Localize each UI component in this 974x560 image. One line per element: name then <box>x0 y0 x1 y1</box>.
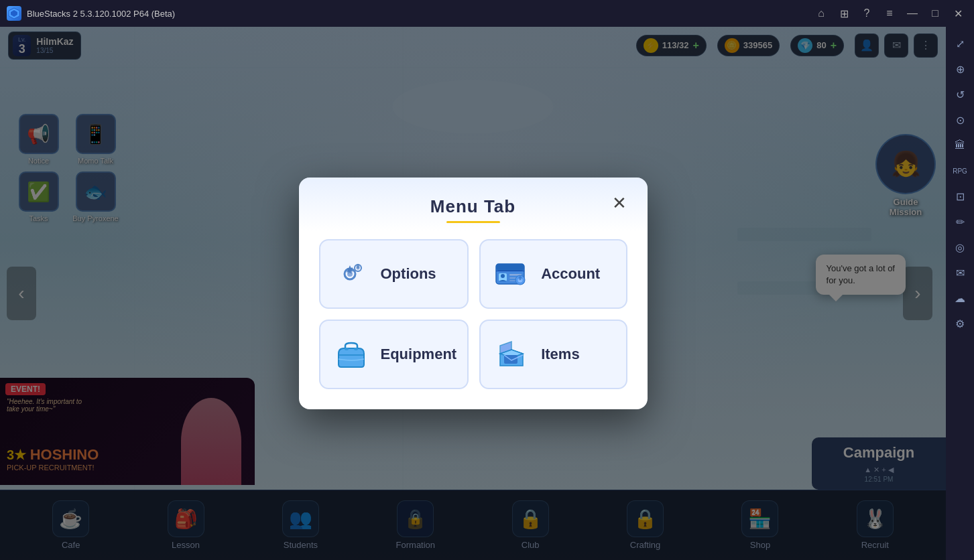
account-card[interactable]: Account <box>479 239 627 309</box>
sidebar-add-icon[interactable]: ⊕ <box>949 58 971 80</box>
modal-overlay[interactable]: Menu Tab ✕ <box>0 27 946 560</box>
sidebar-rpg-icon[interactable]: RPG <box>949 159 971 182</box>
sidebar-search-icon[interactable]: ⊙ <box>949 109 971 131</box>
svg-point-23 <box>345 348 349 350</box>
sidebar-refresh-icon[interactable]: ↺ <box>949 83 971 106</box>
svg-point-16 <box>501 274 505 278</box>
sidebar-expand-icon[interactable]: ⤢ <box>949 32 971 55</box>
menu-tab-modal: Menu Tab ✕ <box>299 178 648 409</box>
account-label: Account <box>541 265 600 283</box>
sidebar-mail-icon[interactable]: ✉ <box>949 261 971 284</box>
sidebar-gear-icon[interactable]: ⚙ <box>949 312 971 335</box>
svg-point-24 <box>354 348 358 350</box>
titlebar-title: BlueStacks 2 5.3.120.1002 P64 (Beta) <box>27 9 806 19</box>
sidebar-circle-icon[interactable]: ◎ <box>949 236 971 259</box>
account-icon <box>491 254 532 294</box>
modal-header: Menu Tab ✕ <box>319 196 627 223</box>
equipment-card[interactable]: Equipment <box>319 320 469 389</box>
titlebar-close-btn[interactable]: ✕ <box>949 4 967 23</box>
items-card[interactable]: Items <box>479 320 627 389</box>
sidebar-cloud-icon[interactable]: ☁ <box>949 287 971 309</box>
options-label: Options <box>381 265 436 283</box>
titlebar-maximize-btn[interactable]: □ <box>926 4 945 23</box>
titlebar-minimize-btn[interactable]: — <box>903 4 922 23</box>
sidebar-layout-icon[interactable]: ⊡ <box>949 185 971 208</box>
items-icon <box>491 334 532 374</box>
modal-title: Menu Tab <box>319 196 627 217</box>
sidebar-edit-icon[interactable]: ✏ <box>949 210 971 233</box>
right-sidebar: ⤢ ⊕ ↺ ⊙ 🏛 RPG ⊡ ✏ ◎ ✉ ☁ ⚙ <box>946 27 974 560</box>
svg-rect-13 <box>496 264 524 271</box>
equipment-icon <box>331 334 371 374</box>
modal-title-underline <box>446 221 500 223</box>
game-area: Lv. 3 HiImKaz 13/15 ⚡ 113/32 + 🪙 339565 … <box>0 27 946 560</box>
titlebar: BlueStacks 2 5.3.120.1002 P64 (Beta) ⌂ ⊞… <box>0 0 974 27</box>
modal-grid: Options <box>319 239 627 389</box>
titlebar-help-btn[interactable]: ? <box>857 4 876 23</box>
bluestacks-logo <box>7 6 21 21</box>
options-card[interactable]: Options <box>319 239 469 309</box>
items-label: Items <box>541 346 579 363</box>
options-icon <box>331 254 371 294</box>
svg-rect-14 <box>496 271 524 271</box>
equipment-label: Equipment <box>381 346 457 363</box>
titlebar-home-btn[interactable]: ⌂ <box>812 4 831 23</box>
modal-close-btn[interactable]: ✕ <box>607 191 631 215</box>
titlebar-controls: ⌂ ⊞ ? ≡ — □ ✕ <box>812 4 967 23</box>
sidebar-building-icon[interactable]: 🏛 <box>949 134 971 157</box>
titlebar-menu-btn[interactable]: ≡ <box>880 4 899 23</box>
titlebar-multi-btn[interactable]: ⊞ <box>835 4 853 23</box>
